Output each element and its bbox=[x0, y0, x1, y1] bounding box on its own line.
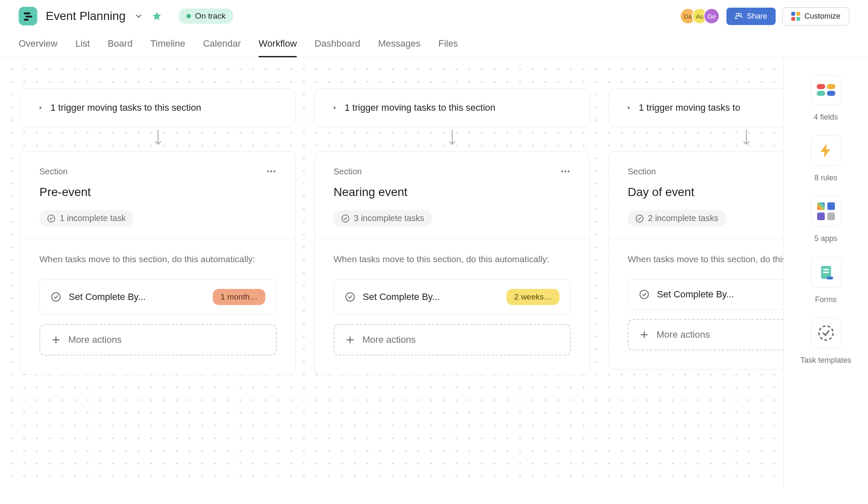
more-icon[interactable] bbox=[266, 166, 277, 177]
svg-point-16 bbox=[636, 215, 643, 222]
trigger-text: 1 trigger moving tasks to this section bbox=[50, 102, 201, 113]
rule-card[interactable]: Set Complete By... bbox=[628, 279, 783, 310]
tab-workflow[interactable]: Workflow bbox=[259, 38, 297, 57]
more-actions-button[interactable]: More actions bbox=[39, 324, 277, 356]
tabs: Overview List Board Timeline Calendar Wo… bbox=[19, 38, 849, 57]
task-count-badge[interactable]: 1 incomplete task bbox=[39, 210, 134, 227]
sidebar-fields[interactable]: 4 fields bbox=[811, 75, 841, 123]
check-circle-icon bbox=[345, 292, 355, 302]
svg-point-3 bbox=[267, 171, 269, 172]
more-actions-label: More actions bbox=[68, 334, 122, 345]
check-circle-icon bbox=[51, 292, 61, 302]
status-dot-icon bbox=[186, 14, 191, 18]
check-circle-icon bbox=[341, 214, 350, 223]
caret-right-icon bbox=[38, 105, 44, 111]
check-circle-icon bbox=[639, 289, 649, 300]
sidebar-forms[interactable]: Forms bbox=[811, 257, 841, 305]
template-icon bbox=[818, 325, 835, 342]
share-button[interactable]: Share bbox=[726, 8, 776, 25]
star-icon[interactable] bbox=[152, 11, 162, 21]
more-actions-label: More actions bbox=[362, 334, 416, 345]
workflow-column: 1 trigger moving tasks to this section S… bbox=[20, 88, 296, 375]
svg-point-8 bbox=[561, 171, 563, 172]
tab-calendar[interactable]: Calendar bbox=[203, 38, 241, 57]
rule-card[interactable]: Set Complete By... 2 weeks… bbox=[334, 279, 571, 315]
svg-rect-1 bbox=[26, 16, 32, 17]
sidebar-rules-label: 8 rules bbox=[814, 173, 837, 183]
project-title[interactable]: Event Planning bbox=[46, 9, 125, 23]
section-card: Section Nearing event 3 incomplete tasks… bbox=[314, 151, 590, 375]
arrow-down-icon bbox=[741, 130, 751, 148]
more-actions-button[interactable]: More actions bbox=[628, 319, 783, 350]
plus-icon bbox=[640, 330, 649, 339]
section-title[interactable]: Pre-event bbox=[39, 185, 277, 199]
section-label: Section bbox=[628, 167, 656, 176]
trigger-text: 1 trigger moving tasks to this section bbox=[345, 102, 495, 113]
status-pill[interactable]: On track bbox=[179, 8, 233, 24]
plus-icon bbox=[345, 335, 355, 344]
avatar-stack[interactable]: Da Au Ge bbox=[680, 8, 720, 24]
tab-list[interactable]: List bbox=[75, 38, 90, 57]
tab-dashboard[interactable]: Dashboard bbox=[314, 38, 360, 57]
sidebar-fields-label: 4 fields bbox=[814, 112, 838, 123]
svg-rect-19 bbox=[823, 269, 829, 270]
avatar[interactable]: Ge bbox=[704, 8, 720, 24]
automation-text: When tasks move to this section, do this… bbox=[628, 252, 783, 266]
svg-point-11 bbox=[342, 215, 349, 222]
more-actions-button[interactable]: More actions bbox=[334, 324, 571, 356]
arrow-down-icon bbox=[447, 130, 457, 148]
task-count-text: 2 incomplete tasks bbox=[648, 213, 718, 223]
trigger-card[interactable]: 1 trigger moving tasks to bbox=[609, 88, 783, 127]
sidebar-templates[interactable]: Task templates bbox=[800, 318, 851, 366]
section-label: Section bbox=[39, 167, 68, 176]
task-count-badge[interactable]: 3 incomplete tasks bbox=[334, 210, 432, 227]
automation-text: When tasks move to this section, do this… bbox=[39, 252, 277, 266]
customize-button[interactable]: Customize bbox=[782, 7, 849, 25]
fields-icon bbox=[817, 84, 835, 96]
tab-timeline[interactable]: Timeline bbox=[150, 38, 185, 57]
svg-rect-21 bbox=[826, 277, 833, 280]
sidebar-apps[interactable]: 5 apps bbox=[811, 196, 841, 244]
rule-text: Set Complete By... bbox=[363, 291, 499, 302]
svg-rect-2 bbox=[24, 19, 28, 21]
sidebar-rules[interactable]: 8 rules bbox=[811, 135, 841, 183]
more-icon[interactable] bbox=[560, 166, 571, 177]
task-count-badge[interactable]: 2 incomplete tasks bbox=[628, 210, 726, 227]
svg-point-4 bbox=[270, 171, 272, 172]
task-count-text: 3 incomplete tasks bbox=[354, 213, 424, 223]
apps-icon bbox=[817, 202, 835, 220]
sidebar-templates-label: Task templates bbox=[800, 355, 851, 366]
customize-sidebar: 4 fields 8 rules 5 apps Forms bbox=[783, 58, 868, 487]
svg-point-9 bbox=[565, 171, 566, 172]
trigger-card[interactable]: 1 trigger moving tasks to this section bbox=[314, 88, 590, 127]
plus-icon bbox=[51, 335, 61, 344]
section-card: Section Pre-event 1 incomplete task When… bbox=[20, 151, 296, 375]
customize-label: Customize bbox=[804, 12, 840, 21]
sidebar-apps-label: 5 apps bbox=[814, 233, 837, 244]
rule-card[interactable]: Set Complete By... 1 month… bbox=[39, 279, 277, 315]
svg-rect-0 bbox=[24, 12, 30, 14]
svg-point-17 bbox=[640, 290, 648, 299]
trigger-text: 1 trigger moving tasks to bbox=[639, 102, 740, 113]
svg-point-12 bbox=[346, 293, 354, 301]
workflow-canvas[interactable]: 1 trigger moving tasks to this section S… bbox=[0, 58, 783, 487]
chevron-down-icon[interactable] bbox=[134, 11, 143, 21]
svg-point-5 bbox=[273, 171, 275, 172]
tab-overview[interactable]: Overview bbox=[19, 38, 58, 57]
section-title[interactable]: Day of event bbox=[628, 185, 783, 199]
arrow-down-icon bbox=[153, 130, 163, 148]
rule-text: Set Complete By... bbox=[69, 291, 205, 302]
lightning-icon bbox=[818, 142, 835, 159]
header: Event Planning On track Da Au Ge Share bbox=[0, 0, 868, 57]
tab-files[interactable]: Files bbox=[438, 38, 458, 57]
trigger-card[interactable]: 1 trigger moving tasks to this section bbox=[20, 88, 296, 127]
people-icon bbox=[735, 12, 743, 20]
workflow-column: 1 trigger moving tasks to this section S… bbox=[314, 88, 590, 375]
tab-board[interactable]: Board bbox=[108, 38, 133, 57]
caret-right-icon bbox=[332, 105, 338, 111]
sidebar-forms-label: Forms bbox=[815, 294, 837, 305]
section-title[interactable]: Nearing event bbox=[334, 185, 571, 199]
rule-text: Set Complete By... bbox=[657, 289, 783, 300]
workflow-column: 1 trigger moving tasks to Section Day of… bbox=[609, 88, 783, 375]
tab-messages[interactable]: Messages bbox=[378, 38, 420, 57]
